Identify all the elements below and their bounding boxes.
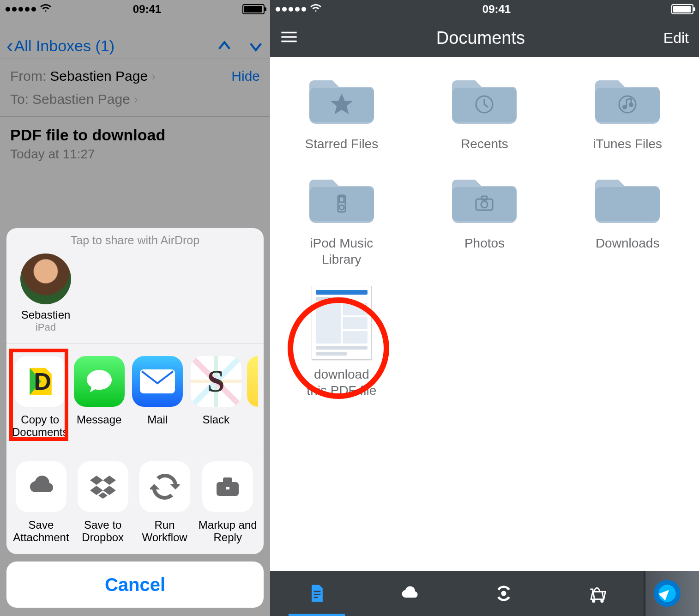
- documents-phone-screenshot: 09:41 Documents Edit Starred Files: [270, 0, 699, 616]
- share-app-mail[interactable]: Mail: [130, 356, 185, 439]
- action-save-attachment[interactable]: Save Attachment: [12, 461, 70, 544]
- svg-rect-26: [314, 594, 321, 595]
- action-label: Save to Dropbox: [74, 519, 132, 544]
- folder-icon: [305, 170, 379, 226]
- svg-rect-4: [226, 487, 229, 489]
- svg-point-19: [339, 205, 344, 210]
- share-app-label: Message: [72, 413, 127, 426]
- sync-icon: [139, 461, 190, 512]
- folder-label: Starred Files: [282, 136, 402, 152]
- messages-app-icon: [74, 356, 125, 407]
- battery-icon: [671, 4, 693, 14]
- action-label: Save Attachment: [12, 519, 70, 544]
- folder-icon: [305, 71, 379, 127]
- cancel-label: Cancel: [105, 574, 165, 595]
- svg-rect-25: [314, 591, 321, 592]
- folder-ipod-music-library[interactable]: iPod Music Library: [282, 170, 402, 267]
- svg-rect-24: [595, 187, 660, 221]
- share-app-label: Slack: [188, 413, 243, 426]
- edit-button[interactable]: Edit: [663, 30, 689, 47]
- folder-downloads[interactable]: Downloads: [567, 170, 687, 267]
- svg-marker-9: [332, 95, 351, 113]
- svg-point-28: [501, 591, 506, 596]
- folder-label: Recents: [424, 136, 544, 152]
- tab-documents[interactable]: [270, 571, 363, 616]
- folder-label: Downloads: [567, 235, 687, 251]
- compass-icon: [654, 580, 681, 607]
- status-time: 09:41: [482, 3, 511, 16]
- documents-tab-bar: [270, 571, 699, 616]
- menu-button[interactable]: [280, 30, 298, 46]
- signal-dots-icon: [276, 7, 306, 12]
- tab-store[interactable]: [550, 571, 644, 616]
- svg-rect-18: [339, 197, 344, 202]
- dropbox-icon: [78, 461, 128, 512]
- tab-cloud[interactable]: [363, 571, 457, 616]
- cloud-icon: [16, 461, 66, 512]
- share-sheet: Tap to share with AirDrop Sebastien iPad…: [6, 228, 264, 608]
- share-app-label: Mail: [130, 413, 185, 426]
- mail-phone-screenshot: 09:41 ‹ All Inboxes (1) From: Sebastien …: [0, 0, 270, 616]
- briefcase-icon: [202, 461, 253, 512]
- folder-photos[interactable]: Photos: [424, 170, 544, 267]
- page-title: Documents: [436, 28, 525, 48]
- action-label: Run Workflow: [136, 519, 194, 544]
- svg-point-22: [481, 201, 488, 208]
- status-bar: 09:41: [270, 0, 699, 18]
- folder-recents[interactable]: Recents: [424, 71, 544, 152]
- folder-label: iTunes Files: [567, 136, 687, 152]
- folder-icon: [447, 71, 521, 127]
- airdrop-contact[interactable]: Sebastien iPad: [16, 254, 76, 333]
- tab-browser[interactable]: [644, 571, 699, 616]
- cancel-button[interactable]: Cancel: [6, 562, 264, 608]
- svg-rect-3: [223, 477, 232, 483]
- airdrop-name: Sebastien: [16, 309, 76, 321]
- airdrop-title: Tap to share with AirDrop: [6, 228, 264, 247]
- documents-nav-bar: Documents Edit: [270, 18, 699, 57]
- wifi-icon: [310, 2, 322, 17]
- svg-rect-27: [314, 597, 318, 598]
- annotation-highlight-rect: [9, 349, 68, 441]
- annotation-highlight-circle: [288, 297, 389, 399]
- folder-label: iPod Music Library: [282, 235, 402, 267]
- svg-point-15: [629, 103, 633, 107]
- mail-app-icon: [132, 356, 183, 407]
- action-markup-and-reply[interactable]: Markup and Reply: [197, 461, 258, 544]
- folder-itunes-files[interactable]: iTunes Files: [567, 71, 687, 152]
- action-label: Markup and Reply: [197, 519, 258, 544]
- action-save-to-dropbox[interactable]: Save to Dropbox: [74, 461, 132, 544]
- folder-icon: [591, 170, 664, 226]
- share-app-slack[interactable]: S Slack: [188, 356, 243, 439]
- action-run-workflow[interactable]: Run Workflow: [136, 461, 194, 544]
- folder-icon: [447, 170, 521, 226]
- notes-app-icon-peek[interactable]: [247, 356, 258, 407]
- tab-network[interactable]: [457, 571, 550, 616]
- folder-label: Photos: [424, 235, 544, 251]
- share-app-message[interactable]: Message: [72, 356, 127, 439]
- svg-rect-23: [482, 196, 487, 200]
- slack-app-icon: S: [191, 356, 241, 407]
- avatar: [20, 254, 71, 304]
- folder-icon: [591, 71, 664, 127]
- airdrop-device: iPad: [16, 321, 76, 333]
- share-actions-row[interactable]: Save Attachment Save to Dropbox Run Work…: [6, 449, 264, 554]
- folder-starred-files[interactable]: Starred Files: [282, 71, 402, 152]
